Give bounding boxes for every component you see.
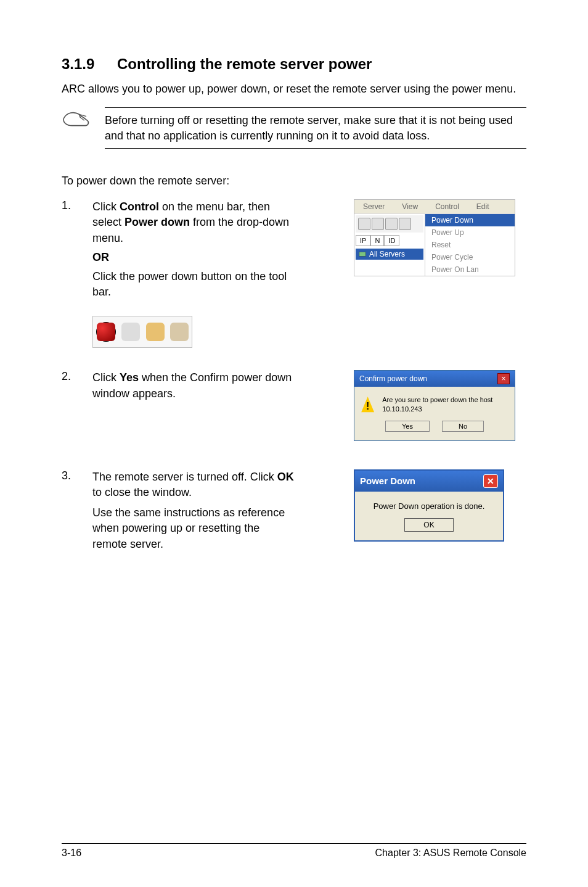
power-down-icon (97, 323, 115, 341)
toolbar-icon (146, 323, 165, 341)
menu-figure: Server View Control Edit (354, 199, 515, 276)
tab-n: N (370, 235, 384, 246)
svg-rect-0 (359, 252, 366, 257)
done-dialog: Power Down ✕ Power Down operation is don… (354, 469, 504, 542)
servers-icon (358, 250, 367, 258)
note-text: Before turning off or resetting the remo… (105, 113, 526, 143)
step-2-num: 2. (62, 370, 92, 383)
done-dialog-title: Power Down (360, 476, 415, 486)
ok-keyword: OK (277, 471, 294, 483)
menu-power-up: Power Up (425, 226, 515, 239)
step-1-alt: Click the power down button on the tool … (92, 269, 296, 300)
note-hand-icon (62, 107, 105, 132)
menubar-edit: Edit (468, 200, 498, 213)
toolbar-mini-icon (372, 218, 384, 230)
step-3-text-b: Use the same instructions as reference w… (92, 505, 296, 552)
menu-power-down: Power Down (425, 214, 515, 226)
section-number: 3.1.9 (62, 56, 117, 73)
step-3-text-a: The remote server is turned off. Click O… (92, 469, 296, 500)
toolbar-mini-icon (358, 218, 370, 230)
tab-ip: IP (356, 235, 370, 246)
step-1-text: Click Control on the menu bar, then sele… (92, 199, 296, 246)
section-title: Controlling the remote server power (117, 56, 372, 72)
tab-id: ID (384, 235, 399, 246)
or-label: OR (92, 250, 296, 265)
toolbar-mini-icon (385, 218, 398, 230)
menubar-server: Server (354, 200, 393, 213)
close-icon: × (497, 373, 510, 384)
menubar-control: Control (427, 200, 468, 213)
menubar-view: View (393, 200, 427, 213)
toolbar-icon (121, 323, 140, 341)
yes-keyword: Yes (120, 371, 139, 384)
menu-power-on-lan: Power On Lan (425, 263, 515, 276)
done-dialog-msg: Power Down operation is done. (361, 501, 497, 511)
page-footer: 3-16 Chapter 3: ASUS Remote Console (62, 843, 526, 859)
menu-power-cycle: Power Cycle (425, 251, 515, 263)
intro-paragraph: ARC allows you to power up, power down, … (62, 81, 526, 96)
powerdown-keyword: Power down (125, 216, 190, 228)
section-heading: 3.1.9Controlling the remote server power (62, 56, 526, 73)
all-servers-item: All Servers (356, 249, 423, 260)
close-icon: ✕ (483, 474, 498, 488)
toolbar-icon (170, 323, 189, 341)
step-3-num: 3. (62, 469, 92, 482)
footer-page-num: 3-16 (62, 848, 81, 859)
confirm-dialog: Confirm power down × ! Are you sure to p… (354, 370, 515, 441)
footer-chapter: Chapter 3: ASUS Remote Console (375, 848, 526, 859)
toolbar-mini-icon (399, 218, 411, 230)
step-1-num: 1. (62, 199, 92, 212)
note-block: Before turning off or resetting the remo… (62, 107, 526, 149)
toolbar-selection-ring (96, 322, 116, 342)
lead-in: To power down the remote server: (62, 173, 526, 188)
control-keyword: Control (120, 200, 159, 213)
done-ok-button: OK (404, 518, 453, 532)
warning-icon: ! (361, 396, 375, 413)
menu-reset: Reset (425, 239, 515, 251)
confirm-yes-button: Yes (385, 421, 430, 432)
confirm-dialog-msg: Are you sure to power down the host 10.1… (382, 395, 508, 413)
confirm-dialog-title: Confirm power down (359, 374, 427, 383)
confirm-no-button: No (442, 421, 484, 432)
toolbar-figure (92, 316, 192, 348)
step-2-text: Click Yes when the Confirm power down wi… (92, 370, 296, 401)
